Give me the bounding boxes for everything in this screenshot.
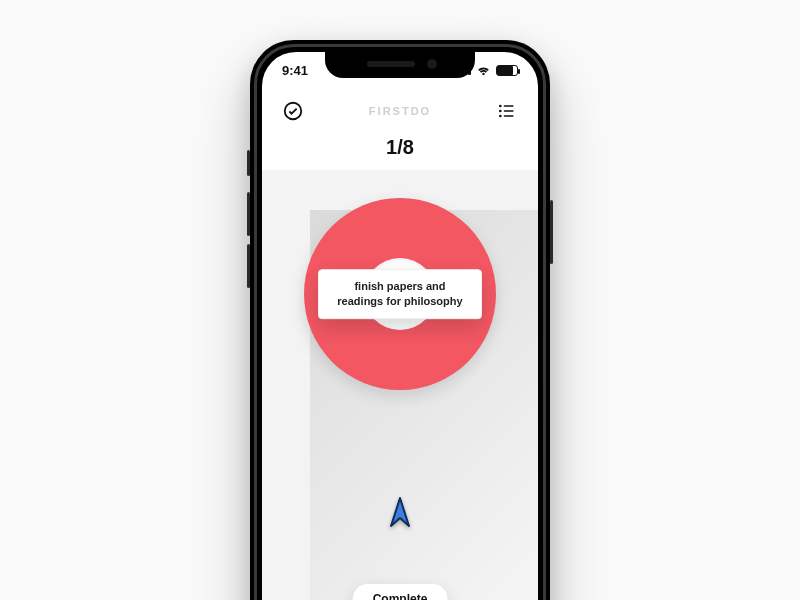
volume-down-button	[247, 244, 250, 288]
complete-button-label: Complete	[373, 592, 428, 600]
cursor-arrow-icon	[387, 496, 413, 532]
current-task-text: finish papers and readings for philosoph…	[337, 280, 462, 307]
svg-marker-7	[391, 498, 409, 526]
volume-up-button	[247, 192, 250, 236]
stage: 9:41 FIRSTDO	[0, 0, 800, 600]
list-icon	[497, 101, 517, 121]
svg-point-3	[499, 110, 502, 113]
task-counter: 1/8	[262, 136, 538, 159]
current-task-card[interactable]: finish papers and readings for philosoph…	[318, 269, 482, 319]
checkmark-circle-icon	[282, 100, 304, 122]
task-list-button[interactable]	[494, 98, 520, 124]
task-area: finish papers and readings for philosoph…	[262, 170, 538, 600]
wifi-icon	[476, 65, 491, 76]
phone-mockup: 9:41 FIRSTDO	[250, 40, 550, 600]
phone-screen: 9:41 FIRSTDO	[262, 52, 538, 600]
battery-icon	[496, 65, 518, 76]
svg-rect-4	[504, 110, 514, 112]
completed-tasks-button[interactable]	[280, 98, 306, 124]
svg-point-1	[499, 105, 502, 108]
app-header: FIRSTDO	[262, 88, 538, 134]
app-title: FIRSTDO	[369, 105, 431, 117]
svg-rect-2	[504, 105, 514, 107]
notch	[325, 52, 475, 78]
status-time: 9:41	[282, 63, 308, 78]
power-button	[550, 200, 553, 264]
task-donut[interactable]: finish papers and readings for philosoph…	[304, 198, 496, 390]
svg-point-5	[499, 115, 502, 118]
complete-button[interactable]: Complete	[353, 584, 448, 600]
mute-switch	[247, 150, 250, 176]
svg-rect-6	[504, 115, 514, 117]
